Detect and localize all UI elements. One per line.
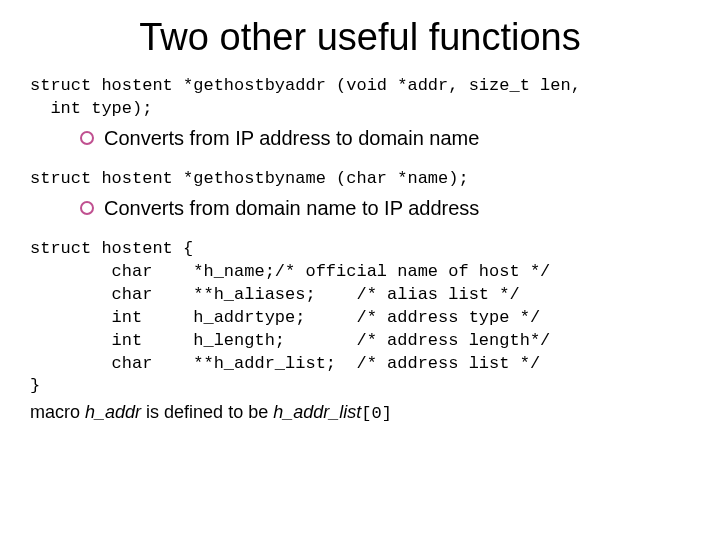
code-struct-hostent: struct hostent { char *h_name;/* officia…	[30, 238, 690, 399]
code-gethostbyname: struct hostent *gethostbyname (char *nam…	[30, 168, 690, 191]
bullet-fn1: Converts from IP address to domain name	[80, 127, 690, 150]
code-gethostbyaddr: struct hostent *gethostbyaddr (void *add…	[30, 75, 690, 121]
macro-pre: macro	[30, 402, 85, 422]
bullet-icon	[80, 131, 94, 145]
bullet-icon	[80, 201, 94, 215]
bullet-fn1-text: Converts from IP address to domain name	[104, 127, 479, 150]
struct-block: struct hostent { char *h_name;/* officia…	[30, 238, 690, 424]
macro-haddr: h_addr	[85, 402, 141, 422]
macro-mid: is defined to be	[141, 402, 273, 422]
macro-listpre: h_addr_list	[273, 402, 361, 422]
macro-line: macro h_addr is defined to be h_addr_lis…	[30, 402, 690, 423]
slide-title: Two other useful functions	[30, 16, 690, 59]
bullet-fn2: Converts from domain name to IP address	[80, 197, 690, 220]
slide: Two other useful functions struct hosten…	[0, 0, 720, 540]
macro-idx: [0]	[361, 404, 392, 423]
bullet-fn2-text: Converts from domain name to IP address	[104, 197, 479, 220]
